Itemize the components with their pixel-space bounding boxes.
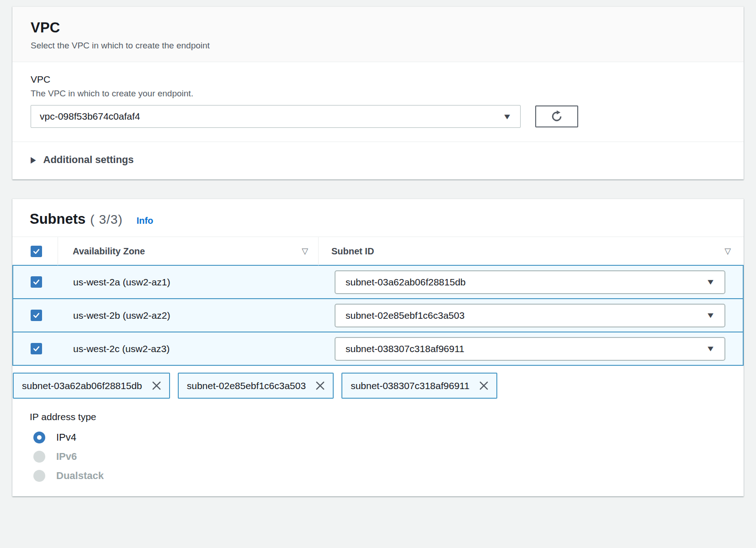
vpc-select-value: vpc-098f53b674c0afaf4 [40, 111, 140, 122]
additional-settings-label: Additional settings [43, 154, 134, 166]
ip-address-type-section: IP address type IPv4 IPv6 Dualstack [12, 399, 744, 496]
subnet-token-label: subnet-02e85ebf1c6c3a503 [187, 380, 306, 391]
availability-zone: us-west-2c (usw2-az3) [59, 343, 319, 354]
vpc-card-title: VPC [31, 20, 725, 36]
dismiss-token-button[interactable] [151, 380, 162, 391]
card-gap [12, 179, 744, 199]
vpc-select[interactable]: vpc-098f53b674c0afaf4 ▼ [31, 105, 521, 128]
subnet-select[interactable]: subnet-02e85ebf1c6c3a503 ▼ [335, 304, 725, 327]
subnet-sort-icon[interactable]: ▽ [724, 246, 731, 256]
subnet-cell: subnet-038307c318af96911 ▼ [319, 337, 743, 361]
info-link[interactable]: Info [137, 216, 154, 226]
close-icon [479, 380, 489, 391]
az-sort-icon[interactable]: ▽ [302, 246, 308, 256]
row-checkbox-cell [13, 343, 59, 354]
subnets-card: Subnets ( 3/3) Info Availability Zone ▽ … [12, 199, 744, 496]
radio-label: IPv4 [56, 432, 76, 443]
radio-selected-icon[interactable] [33, 432, 45, 443]
subnet-cell: subnet-02e85ebf1c6c3a503 ▼ [319, 304, 743, 327]
additional-settings-expander[interactable]: ▶ Additional settings [31, 154, 134, 166]
row-checkbox[interactable] [31, 343, 42, 354]
select-all-checkbox[interactable] [31, 246, 42, 257]
header-az-cell: Availability Zone ▽ [58, 237, 318, 265]
availability-zone: us-west-2b (usw2-az2) [59, 310, 319, 321]
subnets-count: ( 3/3) [90, 212, 122, 227]
vpc-card-body: VPC The VPC in which to create your endp… [12, 62, 744, 142]
chevron-down-icon: ▼ [706, 278, 715, 286]
refresh-button[interactable] [535, 105, 578, 127]
subnet-token-label: subnet-038307c318af96911 [351, 380, 469, 391]
vpc-field-row: vpc-098f53b674c0afaf4 ▼ [31, 105, 725, 128]
table-row: us-west-2a (usw2-az1) subnet-03a62ab06f2… [12, 265, 744, 299]
close-icon [315, 380, 325, 391]
availability-zone: us-west-2a (usw2-az1) [59, 277, 319, 288]
vpc-field-description: The VPC in which to create your endpoint… [31, 89, 725, 99]
selected-subnet-tokens: subnet-03a62ab06f28815db subnet-02e85ebf… [13, 373, 744, 399]
refresh-icon [550, 110, 563, 123]
vpc-field-label: VPC [31, 74, 725, 85]
chevron-down-icon: ▼ [706, 345, 715, 353]
subnet-select[interactable]: subnet-038307c318af96911 ▼ [335, 337, 725, 361]
vpc-card-footer: ▶ Additional settings [12, 142, 744, 179]
header-checkbox-cell [12, 246, 58, 257]
dismiss-token-button[interactable] [315, 380, 325, 391]
page: VPC Select the VPC in which to create th… [0, 0, 756, 496]
radio-disabled-icon [33, 470, 45, 482]
subnets-card-header: Subnets ( 3/3) Info [12, 199, 744, 237]
table-row: us-west-2c (usw2-az3) subnet-038307c318a… [12, 332, 744, 366]
caret-right-icon: ▶ [31, 155, 36, 165]
radio-label: Dualstack [56, 470, 104, 482]
dismiss-token-button[interactable] [479, 380, 489, 391]
subnet-select-value: subnet-038307c318af96911 [346, 343, 464, 354]
close-icon [151, 380, 162, 391]
ip-address-type-label: IP address type [30, 411, 726, 422]
radio-option-dualstack: Dualstack [33, 470, 726, 482]
row-checkbox-cell [13, 276, 59, 288]
subnets-title: Subnets [30, 211, 85, 227]
subnet-column-label: Subnet ID [331, 246, 374, 257]
subnet-token-label: subnet-03a62ab06f28815db [22, 380, 142, 391]
radio-label: IPv6 [56, 451, 77, 463]
vpc-card: VPC Select the VPC in which to create th… [12, 6, 744, 179]
subnets-table-header: Availability Zone ▽ Subnet ID ▽ [12, 237, 744, 266]
table-row: us-west-2b (usw2-az2) subnet-02e85ebf1c6… [12, 298, 744, 332]
subnet-cell: subnet-03a62ab06f28815db ▼ [319, 270, 743, 294]
radio-option-ipv6: IPv6 [33, 451, 726, 463]
chevron-down-icon: ▼ [502, 113, 512, 121]
row-checkbox-cell [13, 310, 59, 321]
radio-option-ipv4[interactable]: IPv4 [33, 432, 726, 443]
radio-disabled-icon [33, 451, 45, 463]
subnet-select[interactable]: subnet-03a62ab06f28815db ▼ [335, 270, 725, 294]
header-subnet-cell: Subnet ID ▽ [318, 237, 744, 265]
subnet-token: subnet-02e85ebf1c6c3a503 [178, 373, 334, 399]
vpc-card-header: VPC Select the VPC in which to create th… [12, 7, 744, 62]
chevron-down-icon: ▼ [706, 311, 715, 319]
ip-address-type-options: IPv4 IPv6 Dualstack [30, 432, 726, 496]
subnet-token: subnet-038307c318af96911 [341, 373, 497, 399]
subnet-select-value: subnet-02e85ebf1c6c3a503 [346, 310, 464, 321]
subnet-select-value: subnet-03a62ab06f28815db [346, 277, 466, 288]
row-checkbox[interactable] [31, 276, 42, 288]
az-column-label: Availability Zone [73, 246, 145, 257]
row-checkbox[interactable] [31, 310, 42, 321]
subnet-token: subnet-03a62ab06f28815db [13, 373, 170, 399]
vpc-card-description: Select the VPC in which to create the en… [31, 41, 725, 51]
